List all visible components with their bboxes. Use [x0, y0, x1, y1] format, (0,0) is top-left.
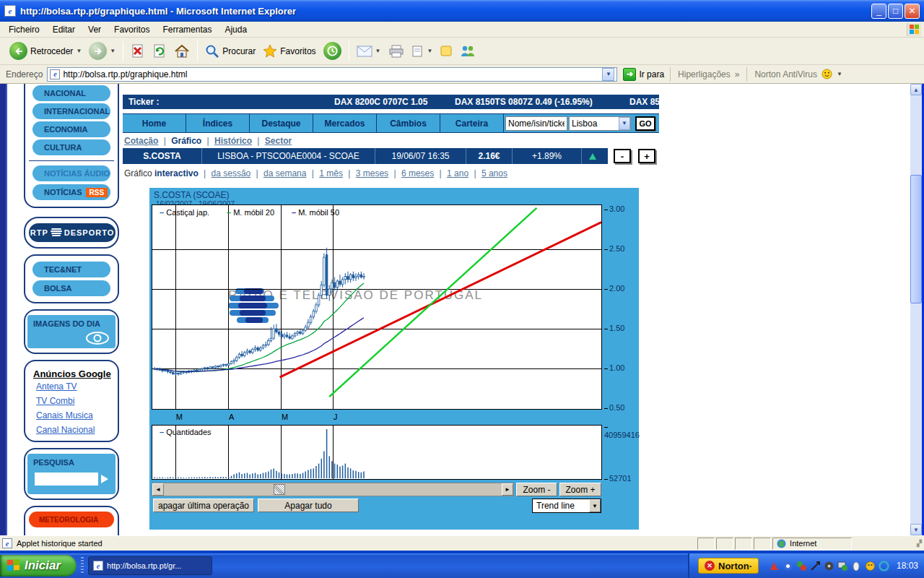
- tab-home[interactable]: Home: [123, 114, 186, 132]
- scroll-left-icon[interactable]: ◄: [152, 483, 164, 496]
- ad-link-tv-combi[interactable]: TV Combi: [36, 396, 95, 406]
- go-search-button[interactable]: GO: [635, 116, 655, 131]
- history-button[interactable]: [320, 40, 345, 62]
- subnav-sector[interactable]: Sector: [265, 136, 292, 146]
- tray-icon-7[interactable]: [851, 561, 862, 571]
- sidebar-item-noticias-audio[interactable]: NOTÍCIAS ÁUDIO: [32, 165, 110, 181]
- back-dropdown-icon[interactable]: ▼: [76, 48, 82, 54]
- sidebar-item-bolsa[interactable]: BOLSA: [32, 280, 110, 296]
- home-button[interactable]: [170, 42, 193, 61]
- price-plot[interactable]: RÁDIO E TELEVISÃO DE PORTUGAL – Castiçal…: [152, 204, 602, 410]
- taskbar-handle[interactable]: [81, 557, 84, 574]
- tool-select-dropdown-icon[interactable]: ▼: [589, 499, 601, 512]
- mail-button[interactable]: ▼: [353, 43, 385, 59]
- menu-ajuda[interactable]: Ajuda: [219, 23, 253, 36]
- font-larger-button[interactable]: +: [638, 149, 655, 163]
- period-1-mes[interactable]: 1 mês: [319, 168, 343, 178]
- market-select-dropdown-icon[interactable]: ▼: [619, 117, 630, 130]
- sidebar-item-economia[interactable]: ECONOMIA: [32, 121, 110, 137]
- ad-link-canal-nacional[interactable]: Canal Nacional: [36, 425, 95, 435]
- sidebar-item-nacional[interactable]: NACIONAL: [32, 85, 110, 101]
- favorites-button[interactable]: Favoritos: [259, 42, 319, 61]
- scroll-right-icon[interactable]: ►: [502, 483, 513, 496]
- sidebar-item-imagens-do-dia[interactable]: IMAGENS DO DIA: [27, 315, 116, 348]
- print-button[interactable]: [385, 43, 408, 60]
- sidebar-item-cultura[interactable]: CULTURA: [32, 139, 110, 155]
- norton-tray-badge[interactable]: ✕ Norton·: [698, 558, 759, 574]
- subnav-grafico[interactable]: Gráfico: [171, 136, 201, 146]
- tray-icon-8[interactable]: [865, 561, 876, 571]
- sidebar-item-internacional[interactable]: INTERNACIONAL: [32, 103, 110, 119]
- minimize-button[interactable]: _: [871, 4, 886, 19]
- period-1-ano[interactable]: 1 ano: [447, 168, 468, 178]
- messenger-button[interactable]: [456, 43, 479, 60]
- tray-icon-9[interactable]: [879, 561, 889, 571]
- scroll-up-icon[interactable]: ▲: [910, 84, 922, 95]
- tab-destaque[interactable]: Destaque: [250, 114, 313, 132]
- pesquisa-input[interactable]: [35, 473, 98, 486]
- tray-icon-1[interactable]: [769, 561, 780, 571]
- edit-button[interactable]: ▼: [408, 43, 437, 60]
- tray-icon-3[interactable]: [796, 561, 807, 571]
- resize-grip[interactable]: ▞: [917, 540, 922, 547]
- search-button[interactable]: Procurar: [201, 42, 259, 61]
- norton-antivirus-bar[interactable]: Norton AntiVirus ▼: [746, 67, 849, 82]
- sidebar-item-tecnet[interactable]: TEC&NET: [32, 262, 110, 277]
- ad-link-antena-tv[interactable]: Antena TV: [36, 381, 95, 392]
- browser-scroll-thumb[interactable]: [910, 175, 922, 303]
- subnav-cotacao[interactable]: Cotação: [124, 136, 158, 146]
- scroll-thumb[interactable]: [274, 484, 285, 495]
- stop-button[interactable]: [127, 41, 149, 61]
- subnav-historico[interactable]: Histórico: [214, 136, 252, 146]
- mail-dropdown-icon[interactable]: ▼: [375, 48, 381, 54]
- edit-dropdown-icon[interactable]: ▼: [427, 48, 433, 54]
- back-button[interactable]: Retroceder ▼: [6, 40, 85, 62]
- drawing-tool-select[interactable]: Trend line ▼: [532, 499, 601, 513]
- zoom-in-button[interactable]: Zoom +: [559, 483, 601, 496]
- start-button[interactable]: Iniciar: [0, 555, 77, 577]
- sidebar-item-noticias-rss[interactable]: NOTÍCIAS RSS: [32, 184, 110, 200]
- discuss-button[interactable]: [436, 43, 456, 60]
- market-select[interactable]: Lisboa ▼: [569, 116, 631, 131]
- tray-icon-2[interactable]: [783, 561, 793, 571]
- volume-plot[interactable]: – Quantidades: [152, 425, 602, 480]
- address-dropdown-icon[interactable]: ▼: [602, 68, 614, 81]
- period-interactivo[interactable]: interactivo: [154, 168, 199, 178]
- menu-favoritos[interactable]: Favoritos: [108, 23, 155, 36]
- volume-chart-svg[interactable]: [152, 426, 601, 479]
- period-da-semana[interactable]: da semana: [263, 168, 306, 178]
- tray-icon-4[interactable]: [810, 561, 821, 571]
- address-input[interactable]: e http://bolsa.rtp.pt/graphique.html ▼: [47, 67, 617, 82]
- zoom-out-button[interactable]: Zoom -: [516, 483, 557, 496]
- tab-mercados[interactable]: Mercados: [313, 114, 377, 132]
- chart-scrollbar[interactable]: ◄ ►: [152, 483, 514, 496]
- sidebar-item-meteorologia[interactable]: METEOROLOGIA: [29, 512, 114, 527]
- menu-ver[interactable]: Ver: [82, 23, 107, 36]
- period-6-meses[interactable]: 6 meses: [401, 168, 434, 178]
- task-button-ie[interactable]: e http://bolsa.rtp.pt/gr...: [88, 556, 212, 575]
- tab-cambios[interactable]: Câmbios: [377, 114, 440, 132]
- clear-all-button[interactable]: Apagar tudo: [258, 499, 359, 512]
- forward-button[interactable]: ▼: [85, 40, 119, 62]
- go-button[interactable]: ➜ Ir para: [617, 68, 670, 81]
- clear-last-operation-button[interactable]: apagar última operação: [153, 499, 254, 512]
- font-smaller-button[interactable]: -: [614, 149, 631, 163]
- tab-carteira[interactable]: Carteira: [440, 114, 504, 132]
- refresh-button[interactable]: [149, 41, 170, 61]
- norton-dropdown-icon[interactable]: ▼: [837, 71, 842, 77]
- forward-dropdown-icon[interactable]: ▼: [110, 48, 116, 54]
- pesquisa-submit-icon[interactable]: [100, 474, 110, 484]
- links-chevron-icon[interactable]: »: [735, 69, 740, 79]
- close-button[interactable]: ✕: [905, 4, 920, 19]
- period-5-anos[interactable]: 5 anos: [481, 168, 507, 178]
- tab-indices[interactable]: Índices: [186, 114, 250, 132]
- tray-icon-5[interactable]: [824, 561, 834, 571]
- menu-ficheiro[interactable]: Ficheiro: [3, 23, 45, 36]
- ad-link-canais-musica[interactable]: Canais Musica: [36, 410, 95, 420]
- period-3-meses[interactable]: 3 meses: [356, 168, 388, 178]
- ticker-search-input[interactable]: [505, 116, 567, 131]
- maximize-button[interactable]: □: [888, 4, 903, 19]
- browser-vertical-scrollbar[interactable]: ▲ ▼: [910, 84, 922, 535]
- period-da-sessao[interactable]: da sessão: [212, 168, 251, 178]
- tray-icon-6[interactable]: [837, 561, 848, 571]
